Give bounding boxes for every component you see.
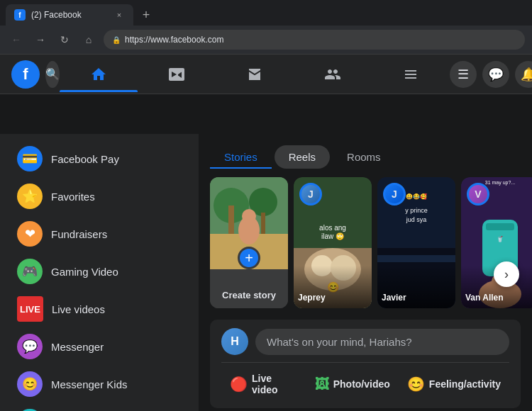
- photo-video-icon: 🖼: [315, 376, 329, 393]
- sidebar-icon-live-videos: LIVE: [17, 296, 43, 322]
- nav-notifications-button[interactable]: 🔔: [515, 61, 532, 88]
- story-create-bottom: Create story: [210, 269, 288, 308]
- svg-text:😀😂🥰: 😀😂🥰: [406, 193, 427, 200]
- sidebar-item-favorites[interactable]: ⭐ Favorites: [6, 178, 193, 215]
- content-tabs: Stories Reels Rooms: [210, 145, 521, 169]
- svg-text:alos ang: alos ang: [319, 224, 346, 232]
- sidebar-label-messenger: Messenger: [51, 341, 104, 353]
- feeling-action[interactable]: 😊 Feeling/activity: [399, 368, 509, 400]
- story-name-jeprey: Jeprey: [298, 293, 367, 303]
- sidebar-label-fundraisers: Fundraisers: [51, 228, 107, 240]
- nav-groups-button[interactable]: [294, 57, 372, 92]
- svg-text:31 may up?...: 31 may up?...: [485, 180, 515, 186]
- nav-rightmost-button[interactable]: [372, 57, 450, 92]
- sidebar-item-messenger-kids[interactable]: 😊 Messenger Kids: [6, 366, 193, 402]
- svg-point-7: [242, 209, 256, 223]
- post-composer: H What's on your mind, Hariahs? 🔴 Live v…: [210, 320, 521, 408]
- sidebar-item-fundraisers[interactable]: ❤ Fundraisers: [6, 215, 193, 252]
- story-card-javier[interactable]: 😀😂🥰 y prince jud sya J Javier: [377, 177, 455, 308]
- svg-rect-5: [261, 213, 265, 234]
- tab-rooms[interactable]: Rooms: [333, 145, 395, 169]
- svg-rect-25: [486, 223, 514, 230]
- active-tab[interactable]: f (2) Facebook ×: [6, 4, 133, 26]
- home-button[interactable]: ⌂: [79, 30, 98, 49]
- back-button[interactable]: ←: [7, 30, 26, 49]
- sidebar-icon-fundraisers: ❤: [17, 221, 43, 247]
- svg-text:jud sya: jud sya: [406, 216, 427, 223]
- sidebar-item-gaming-video[interactable]: 🎮 Gaming Video: [6, 253, 193, 290]
- refresh-button[interactable]: ↻: [55, 30, 74, 49]
- photo-video-label: Photo/video: [333, 378, 390, 390]
- live-video-action[interactable]: 🔴 Live video: [221, 368, 306, 400]
- sidebar-label-facebook-pay: Facebook Pay: [51, 153, 119, 165]
- svg-rect-22: [377, 255, 455, 262]
- composer-actions: 🔴 Live video 🖼 Photo/video 😊 Feeling/act…: [221, 362, 509, 400]
- svg-text:ilaw 🙄: ilaw 🙄: [321, 232, 345, 241]
- facebook-logo: f: [11, 60, 40, 89]
- svg-rect-3: [228, 206, 234, 234]
- tab-bar: f (2) Facebook × +: [0, 0, 532, 26]
- nav-right-actions: ☰ 💬 🔔 ⚙: [450, 61, 532, 88]
- tab-stories[interactable]: Stories: [210, 145, 272, 169]
- sidebar-label-messenger-kids: Messenger Kids: [51, 378, 128, 390]
- composer-input[interactable]: What's on your mind, Hariahs?: [255, 329, 509, 355]
- stories-row: + Create story: [210, 177, 521, 308]
- feeling-icon: 😊: [407, 376, 425, 393]
- story-avatar-jeprey: J: [299, 183, 322, 206]
- nav-video-button[interactable]: [138, 57, 216, 92]
- story-name-javier: Javier: [382, 293, 451, 303]
- live-video-icon: 🔴: [230, 376, 248, 393]
- sidebar-icon-messenger: 💬: [17, 334, 43, 359]
- nav-menu-button[interactable]: ☰: [450, 61, 477, 88]
- stories-next-button[interactable]: ›: [494, 261, 519, 287]
- create-plus-icon[interactable]: +: [238, 247, 260, 269]
- search-button[interactable]: 🔍: [45, 61, 60, 88]
- nav-messenger-button[interactable]: 💬: [482, 61, 509, 88]
- url-text: https://www.facebook.com: [125, 35, 223, 45]
- sidebar-label-favorites: Favorites: [51, 191, 95, 203]
- sidebar-label-live-videos: Live videos: [52, 303, 105, 315]
- svg-text:🥤: 🥤: [497, 235, 504, 242]
- live-video-label: Live video: [252, 373, 298, 395]
- lock-icon: 🔒: [112, 36, 121, 44]
- create-story-label: Create story: [222, 290, 276, 300]
- sidebar-item-facebook-pay[interactable]: 💳 Facebook Pay: [6, 140, 193, 177]
- sidebar: 💳 Facebook Pay ⭐ Favorites ❤ Fundraisers…: [0, 134, 199, 411]
- sidebar-icon-messenger-kids: 😊: [17, 371, 43, 397]
- sidebar-item-messenger[interactable]: 💬 Messenger: [6, 328, 193, 365]
- story-avatar-vanallen: V: [467, 183, 489, 206]
- story-card-jeprey[interactable]: alos ang ilaw 🙄 😊 J Jeprey: [294, 177, 372, 308]
- sidebar-icon-favorites: ⭐: [17, 184, 43, 209]
- sidebar-icon-facebook-pay: 💳: [17, 146, 43, 171]
- tab-close-button[interactable]: ×: [113, 9, 125, 21]
- story-name-vanallen: Van Allen: [465, 293, 532, 303]
- story-card-vanallen[interactable]: 🥤 31 may up?... V Van Allen: [461, 177, 532, 308]
- top-navigation: f 🔍 ☰ 💬 🔔 ⚙: [0, 55, 532, 94]
- photo-video-action[interactable]: 🖼 Photo/video: [306, 368, 399, 400]
- nav-icons: [60, 57, 450, 92]
- nav-marketplace-button[interactable]: [216, 57, 294, 92]
- new-tab-button[interactable]: +: [136, 5, 156, 25]
- story-create-card[interactable]: + Create story: [210, 177, 288, 308]
- composer-top: H What's on your mind, Hariahs?: [221, 328, 509, 355]
- url-bar[interactable]: 🔒 https://www.facebook.com: [104, 30, 525, 50]
- feeling-label: Feeling/activity: [429, 378, 501, 390]
- svg-text:y prince: y prince: [405, 207, 428, 214]
- tab-favicon: f: [14, 9, 26, 21]
- sidebar-icon-gaming-video: 🎮: [17, 259, 43, 284]
- forward-button[interactable]: →: [31, 30, 50, 49]
- tab-title: (2) Facebook: [31, 10, 82, 20]
- tab-reels[interactable]: Reels: [275, 145, 330, 169]
- browser-chrome: f (2) Facebook × + ← → ↻ ⌂ 🔒 https://www…: [0, 0, 532, 55]
- nav-home-button[interactable]: [60, 57, 138, 92]
- story-avatar-javier: J: [383, 183, 406, 206]
- main-content: Stories Reels Rooms: [199, 134, 532, 411]
- address-bar: ← → ↻ ⌂ 🔒 https://www.facebook.com: [0, 26, 532, 54]
- composer-avatar: H: [221, 328, 248, 355]
- sidebar-item-live-videos[interactable]: LIVE Live videos: [6, 291, 193, 327]
- sidebar-label-gaming-video: Gaming Video: [51, 266, 118, 278]
- sidebar-item-most-recent[interactable]: 🕐 Most Recent: [6, 403, 193, 411]
